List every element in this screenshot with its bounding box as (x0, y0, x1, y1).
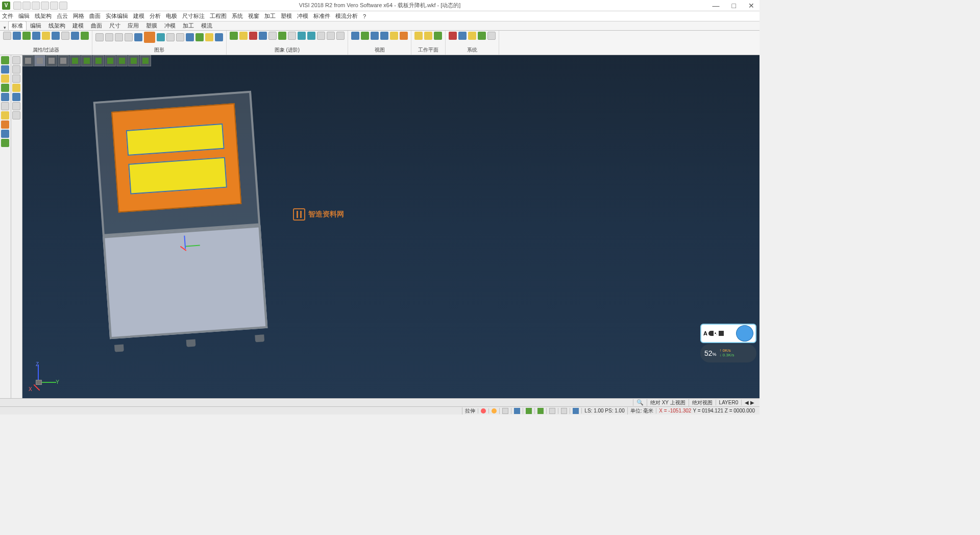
tab-machining[interactable]: 加工 (179, 21, 198, 30)
prop-icon[interactable] (13, 32, 21, 40)
img-icon[interactable] (239, 32, 248, 40)
sys-icon[interactable] (449, 32, 457, 40)
qat-open-icon[interactable] (22, 2, 31, 10)
sys-icon[interactable] (478, 32, 486, 40)
close-button[interactable]: ✕ (745, 2, 757, 10)
menu-surface[interactable]: 曲面 (89, 12, 101, 20)
status-pull[interactable]: 拉伸 (462, 407, 478, 415)
tab-edit[interactable]: 编辑 (27, 21, 45, 30)
status-icon[interactable] (526, 408, 532, 414)
tool-icon[interactable] (1, 93, 9, 101)
transform-gizmo[interactable] (176, 237, 198, 259)
tab-dimension[interactable]: 尺寸 (106, 21, 124, 30)
gfx-icon[interactable] (134, 33, 142, 41)
vm-icon[interactable] (140, 55, 151, 66)
menu-mesh[interactable]: 网格 (73, 12, 84, 20)
tool-icon[interactable] (1, 56, 9, 64)
tab-die[interactable]: 冲模 (161, 21, 179, 30)
menu-standard[interactable]: 标准件 (313, 12, 330, 20)
prop-icon[interactable] (3, 32, 11, 40)
img-icon[interactable] (336, 32, 345, 40)
img-icon[interactable] (230, 32, 238, 40)
view-icon[interactable] (400, 32, 408, 40)
tab-plastic[interactable]: 塑膜 (142, 21, 161, 30)
menu-file[interactable]: 文件 (2, 12, 13, 20)
tool-icon[interactable] (1, 75, 9, 83)
gfx-icon[interactable] (195, 33, 204, 41)
sys-icon[interactable] (487, 32, 496, 40)
vm-icon[interactable] (128, 55, 139, 66)
tool-icon[interactable] (12, 75, 20, 83)
tool-icon[interactable] (1, 65, 9, 74)
sys-icon[interactable] (468, 32, 476, 40)
qat-print-icon[interactable] (41, 2, 49, 10)
prop-icon[interactable] (52, 32, 60, 40)
gfx-icon[interactable] (157, 33, 165, 41)
tool-icon[interactable] (1, 102, 9, 110)
vm-icon[interactable] (81, 55, 92, 66)
tool-icon[interactable] (12, 84, 20, 92)
menu-modeling[interactable]: 建模 (133, 12, 144, 20)
status-dot-icon[interactable] (481, 408, 486, 414)
tool-icon[interactable] (12, 65, 20, 74)
prop-icon[interactable] (42, 32, 50, 40)
qat-redo-icon[interactable] (59, 2, 67, 10)
status-icon[interactable] (561, 408, 567, 414)
vm-icon[interactable] (22, 55, 34, 66)
gfx-icon-big[interactable] (144, 32, 155, 43)
menu-solidedit[interactable]: 实体编辑 (106, 12, 128, 20)
view-icon[interactable] (380, 32, 388, 40)
qat-new-icon[interactable] (13, 2, 21, 10)
tool-icon[interactable] (12, 102, 20, 110)
tool-icon[interactable] (1, 139, 9, 147)
status-icon[interactable] (537, 408, 544, 414)
minimize-button[interactable]: — (709, 2, 723, 10)
vm-icon[interactable] (58, 55, 69, 66)
tool-icon[interactable] (12, 111, 20, 119)
vm-icon[interactable] (34, 55, 45, 66)
tool-icon[interactable] (1, 111, 9, 119)
tab-surface[interactable]: 曲面 (87, 21, 106, 30)
menu-analysis[interactable]: 分析 (150, 12, 161, 20)
menu-edit[interactable]: 编辑 (18, 12, 30, 20)
status-view-abs2[interactable]: 绝对视图 (689, 399, 716, 406)
qat-save-icon[interactable] (32, 2, 40, 10)
tab-wireframe[interactable]: 线架构 (45, 21, 69, 30)
menu-machining[interactable]: 加工 (264, 12, 276, 20)
status-icon[interactable] (502, 408, 508, 414)
menu-dimension[interactable]: 尺寸标注 (182, 12, 205, 20)
img-icon[interactable] (317, 32, 325, 40)
img-icon[interactable] (278, 32, 286, 40)
gfx-icon[interactable] (166, 33, 175, 41)
qat-undo-icon[interactable] (50, 2, 58, 10)
prop-icon[interactable] (61, 32, 69, 40)
img-icon[interactable] (249, 32, 257, 40)
status-dot-icon[interactable] (492, 408, 497, 414)
status-grid-icon[interactable] (573, 408, 579, 414)
tool-icon[interactable] (1, 120, 9, 129)
menu-drawing[interactable]: 工程图 (210, 12, 227, 20)
status-icon[interactable] (549, 408, 555, 414)
gfx-icon[interactable] (215, 33, 223, 41)
gfx-icon[interactable] (125, 33, 133, 41)
ime-widget[interactable]: A •. (700, 324, 756, 343)
menu-system[interactable]: 系统 (232, 12, 243, 20)
wp-icon[interactable] (434, 32, 442, 40)
vm-icon[interactable] (116, 55, 128, 66)
vm-icon[interactable] (46, 55, 57, 66)
tool-icon[interactable] (1, 130, 9, 138)
prop-icon[interactable] (32, 32, 40, 40)
view-icon[interactable] (390, 32, 398, 40)
gfx-icon[interactable] (95, 33, 104, 41)
tool-icon[interactable] (1, 84, 9, 92)
img-icon[interactable] (298, 32, 306, 40)
gfx-icon[interactable] (115, 33, 123, 41)
gfx-icon[interactable] (176, 33, 184, 41)
tab-standard[interactable]: 标准 (8, 21, 27, 30)
vm-icon[interactable] (93, 55, 104, 66)
tool-icon[interactable] (12, 93, 20, 101)
gfx-icon[interactable] (186, 33, 194, 41)
menu-pointcloud[interactable]: 点云 (57, 12, 68, 20)
menu-mould[interactable]: 塑模 (281, 12, 292, 20)
status-arrows[interactable]: ◀ ▶ (741, 400, 757, 405)
